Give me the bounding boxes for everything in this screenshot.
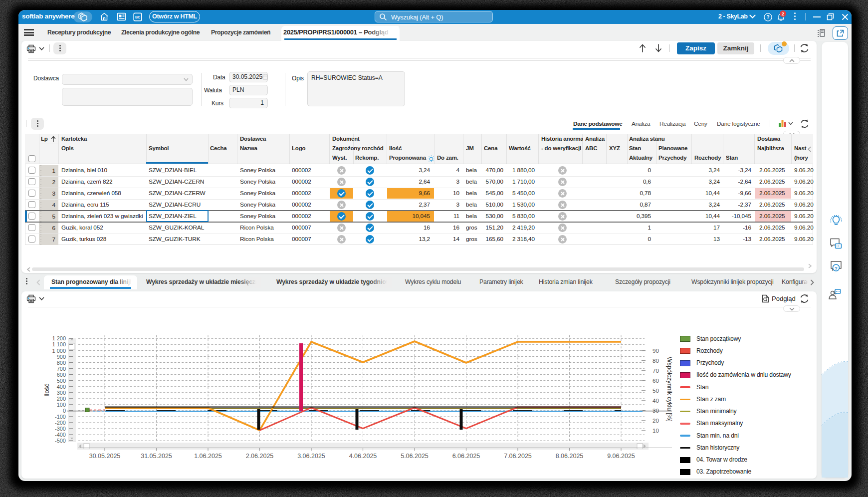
svg-text:2.06.2025: 2.06.2025 (246, 453, 274, 460)
svg-text:60: 60 (652, 378, 659, 384)
svg-text:80: 80 (652, 358, 659, 364)
svg-text:?: ? (766, 14, 769, 20)
svg-text:7.06.2025: 7.06.2025 (504, 453, 532, 460)
svg-text:30.05.2025: 30.05.2025 (89, 453, 121, 460)
svg-text:200: 200 (57, 396, 66, 402)
svg-text:-400: -400 (55, 432, 66, 438)
svg-text:1.06.2025: 1.06.2025 (194, 453, 222, 460)
svg-text:1 200: 1 200 (52, 335, 66, 341)
svg-text:600: 600 (57, 372, 66, 378)
svg-text:40: 40 (652, 398, 659, 404)
svg-text:Ilość: Ilość (43, 384, 50, 397)
svg-text:10: 10 (652, 428, 659, 434)
svg-text:8.06.2025: 8.06.2025 (556, 453, 584, 460)
svg-text:500: 500 (57, 378, 66, 384)
svg-text:4.06.2025: 4.06.2025 (349, 453, 377, 460)
svg-text:BC: BC (135, 15, 140, 19)
svg-text:90: 90 (652, 348, 659, 354)
svg-text:0: 0 (63, 408, 66, 414)
svg-text:?: ? (835, 265, 838, 271)
svg-text:400: 400 (57, 384, 66, 390)
svg-text:700: 700 (57, 366, 66, 372)
svg-text:1 100: 1 100 (52, 341, 66, 347)
svg-text:-200: -200 (55, 420, 66, 426)
svg-text:5.06.2025: 5.06.2025 (401, 453, 429, 460)
svg-text:50: 50 (652, 388, 659, 394)
svg-text:800: 800 (57, 360, 66, 366)
svg-text:1 000: 1 000 (52, 348, 66, 354)
svg-text:31.05.2025: 31.05.2025 (141, 453, 172, 460)
svg-text:30: 30 (652, 408, 659, 414)
svg-text:900: 900 (57, 354, 66, 360)
svg-text:9.06.2025: 9.06.2025 (607, 453, 635, 460)
svg-text:20: 20 (652, 418, 659, 424)
svg-text:Współczynnik cyklu [%]: Współczynnik cyklu [%] (666, 357, 673, 422)
svg-text:3.06.2025: 3.06.2025 (297, 453, 325, 460)
svg-text:-100: -100 (55, 414, 66, 420)
svg-text:100: 100 (57, 402, 66, 408)
svg-text:300: 300 (57, 390, 66, 396)
svg-text:6.06.2025: 6.06.2025 (452, 453, 480, 460)
svg-text:-300: -300 (55, 426, 66, 432)
svg-text:-500: -500 (55, 438, 66, 444)
svg-text:70: 70 (652, 368, 659, 374)
